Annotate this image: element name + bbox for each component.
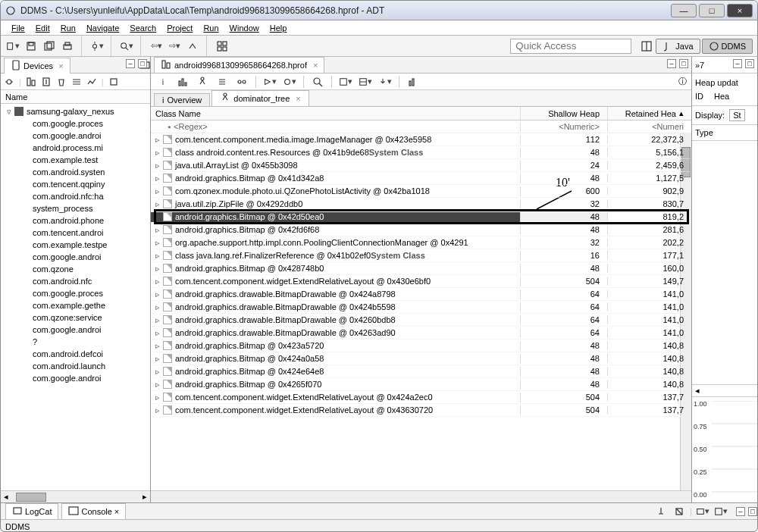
ddms-perspective-button[interactable]: DDMS <box>702 39 753 54</box>
process-item[interactable]: com.google.androi <box>1 130 150 142</box>
logcat-tab[interactable]: LogCat <box>5 503 58 520</box>
console-clear-icon[interactable] <box>672 504 687 519</box>
java-perspective-button[interactable]: Java <box>656 39 700 54</box>
process-item[interactable]: com.android.defcoi <box>1 348 150 360</box>
minimize-right-button[interactable]: – <box>733 59 742 68</box>
quick-access-input[interactable] <box>510 39 631 54</box>
process-item[interactable]: com.example.testpe <box>1 239 150 251</box>
minimize-view-button[interactable]: – <box>126 59 135 68</box>
table-row[interactable]: ▹android.graphics.Bitmap @ 0x428748b0481… <box>151 262 691 275</box>
process-item[interactable]: com.google.proces <box>1 117 150 130</box>
heap-col-header[interactable]: Hea <box>714 92 729 101</box>
nav-up-button[interactable] <box>185 39 200 54</box>
menu-navigate[interactable]: Navigate <box>82 22 124 34</box>
table-row[interactable]: ▹java.util.zip.ZipFile @ 0x4292ddb032830… <box>151 198 691 211</box>
process-item[interactable]: com.android.phone <box>1 214 150 227</box>
table-row[interactable]: ▹android.graphics.drawable.BitmapDrawabl… <box>151 301 691 314</box>
devices-tab[interactable]: Devices × <box>4 58 70 74</box>
console-display-dropdown[interactable]: ▾ <box>695 504 710 519</box>
table-row[interactable]: ▹com.tencent.component.media.image.Image… <box>151 133 691 146</box>
dominator-tree-icon[interactable] <box>195 74 210 89</box>
process-item[interactable]: com.android.systen <box>1 166 150 178</box>
process-item[interactable]: com.google.androi <box>1 251 150 263</box>
process-item[interactable]: com.tencent.androi <box>1 227 150 239</box>
debug-icon[interactable] <box>4 77 14 87</box>
info-icon[interactable]: i <box>155 74 171 89</box>
devices-tree[interactable]: ▿ samsung-galaxy_nexus com.google.proces… <box>1 104 150 490</box>
print-button[interactable] <box>60 39 75 54</box>
close-icon[interactable]: × <box>296 94 300 103</box>
table-row[interactable]: ▹android.graphics.drawable.BitmapDrawabl… <box>151 327 691 340</box>
save-button[interactable] <box>23 39 39 54</box>
process-item[interactable]: ? <box>1 336 150 348</box>
process-item[interactable]: com.example.test <box>1 154 150 166</box>
console-tab[interactable]: Console × <box>61 503 126 520</box>
process-item[interactable]: com.qzone <box>1 263 150 275</box>
table-row[interactable]: ▹android.graphics.drawable.BitmapDrawabl… <box>151 288 691 301</box>
device-root[interactable]: ▿ samsung-galaxy_nexus <box>1 105 150 117</box>
table-row[interactable]: ▹com.tencent.component.widget.ExtendRela… <box>151 404 691 417</box>
threads-icon[interactable] <box>71 77 82 87</box>
maximize-button[interactable]: □ <box>699 4 725 17</box>
menu-project[interactable]: Project <box>162 22 197 34</box>
find-icon[interactable] <box>310 74 325 89</box>
minimize-button[interactable]: — <box>671 4 697 17</box>
trace-icon[interactable] <box>86 77 97 87</box>
regex-filter-row[interactable]: ⭑ <Regex> <Numeric> <Numeri <box>151 120 691 133</box>
process-item[interactable]: com.android.launch <box>1 360 150 372</box>
heap-icon[interactable] <box>26 77 36 87</box>
search-dropdown-button[interactable]: ▾ <box>119 39 134 54</box>
menu-run[interactable]: Run <box>56 22 80 34</box>
nav-fwd-button[interactable]: ⇨▾ <box>167 39 182 54</box>
table-row[interactable]: ▹class android.content.res.Resources @ 0… <box>151 146 691 159</box>
maximize-view-button[interactable]: □ <box>138 59 147 68</box>
right-scroll-left[interactable]: ◂ <box>692 386 703 396</box>
dump-hprof-icon[interactable] <box>41 77 52 87</box>
close-button[interactable]: × <box>727 4 753 17</box>
process-item[interactable]: com.qzone:service <box>1 311 150 324</box>
group-dropdown[interactable]: ▾ <box>338 74 353 89</box>
type-col-header[interactable]: Type <box>695 128 713 137</box>
display-select[interactable]: St <box>729 109 744 121</box>
process-item[interactable]: com.google.proces <box>1 287 150 299</box>
menu-edit[interactable]: Edit <box>31 22 55 34</box>
export-dropdown[interactable]: ▾ <box>377 74 393 89</box>
table-row[interactable]: ▹java.util.ArrayList @ 0x455b3098242,459… <box>151 159 691 172</box>
table-h-scrollbar[interactable] <box>151 490 691 502</box>
table-row[interactable]: ▹com.tencent.component.widget.ExtendRela… <box>151 391 691 404</box>
table-row[interactable]: ▹android.graphics.Bitmap @ 0x41d342a8481… <box>151 172 691 185</box>
compare-icon[interactable] <box>406 74 421 89</box>
dominator-tree-subtab[interactable]: dominator_tree × <box>211 90 309 106</box>
table-row[interactable]: ▹android.graphics.drawable.BitmapDrawabl… <box>151 314 691 327</box>
perspective-button[interactable] <box>215 39 230 54</box>
menu-window[interactable]: Window <box>225 22 264 34</box>
gc-icon[interactable] <box>56 77 67 87</box>
process-item[interactable]: android.process.mi <box>1 142 150 154</box>
devices-name-header[interactable]: Name <box>1 90 150 104</box>
nav-back-button[interactable]: ⇦▾ <box>149 39 164 54</box>
new-dropdown-button[interactable]: ▾ <box>5 39 20 54</box>
oql-icon[interactable] <box>215 74 230 89</box>
minimize-editor-button[interactable]: – <box>667 59 676 68</box>
stop-icon[interactable] <box>108 77 119 87</box>
close-icon[interactable]: × <box>313 61 318 70</box>
process-item[interactable]: com.example.gethe <box>1 299 150 311</box>
save-all-button[interactable] <box>42 39 57 54</box>
col-classname[interactable]: Class Name <box>151 107 521 120</box>
minimize-bottom-button[interactable]: – <box>736 507 745 516</box>
close-icon[interactable]: × <box>114 507 119 516</box>
open-perspective-button[interactable] <box>639 39 654 54</box>
col-shallow-heap[interactable]: Shallow Heap <box>521 107 608 120</box>
close-icon[interactable]: × <box>58 61 63 70</box>
help-icon[interactable]: ⓘ <box>678 76 687 87</box>
table-row[interactable]: ▹org.apache.support.http.impl.conn.Pooli… <box>151 236 691 249</box>
hprof-editor-tab[interactable]: android996813099658664268.hprof × <box>154 57 324 73</box>
process-item[interactable]: com.google.androi <box>1 372 150 384</box>
process-item[interactable]: com.android.nfc:ha <box>1 190 150 202</box>
process-item[interactable]: com.tencent.qqpiny <box>1 178 150 190</box>
overview-subtab[interactable]: i Overview <box>154 93 210 106</box>
menu-file[interactable]: File <box>7 22 30 34</box>
run-report-dropdown[interactable]: ▾ <box>262 74 277 89</box>
debug-dropdown-button[interactable]: ▾ <box>89 39 105 54</box>
menu-run2[interactable]: Run <box>199 22 223 34</box>
